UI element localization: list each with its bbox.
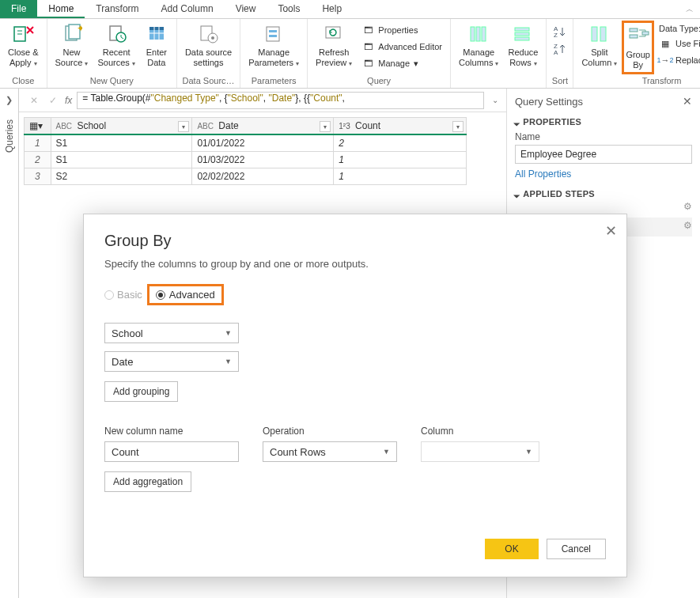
ok-button[interactable]: OK [485,539,538,559]
close-apply-icon [11,22,35,46]
radio-advanced[interactable]: Advanced [147,284,224,305]
svg-rect-9 [149,27,164,30]
replace-values-button[interactable]: 1→2Replace Values [657,52,700,68]
col-header-count[interactable]: 1²3 Count▾ [334,118,467,135]
grouping-dropdown-1[interactable]: School▼ [104,323,239,343]
group-label-newquery: New Query [47,74,176,88]
add-aggregation-button[interactable]: Add aggregation [104,471,191,492]
refresh-preview-button[interactable]: RefreshPreview ▾ [311,21,357,70]
applied-steps-header[interactable]: APPLIED STEPS [515,189,692,199]
col-header-school[interactable]: ABC School▾ [51,118,192,135]
properties-header[interactable]: PROPERTIES [515,117,692,127]
ribbon-collapse-icon[interactable]: ︿ [686,4,694,15]
manage-columns-button[interactable]: ManageColumns ▾ [454,21,503,70]
svg-rect-32 [630,28,638,32]
col-filter-count[interactable]: ▾ [452,121,464,132]
formula-input[interactable]: = Table.Group(#"Changed Type", {"School"… [77,92,484,109]
step-gear-icon[interactable]: ⚙ [683,201,692,212]
step-gear-icon[interactable]: ⚙ [683,220,692,231]
column-dropdown: ▼ [421,441,539,462]
properties-icon: 🗔 [361,24,374,36]
replace-values-icon: 1→2 [659,54,672,66]
col-header-date[interactable]: ABC Date▾ [192,118,334,135]
svg-text:Z: Z [554,32,558,39]
data-source-settings-button[interactable]: Data sourcesettings [180,21,236,70]
svg-text:✦: ✦ [77,23,82,34]
table-row[interactable]: 1 S1 01/01/2022 2 [25,134,467,152]
settings-title: Query Settings [515,96,583,108]
manage-columns-icon [467,22,490,46]
formula-cancel-icon[interactable]: ✕ [27,95,41,106]
group-by-icon [626,25,650,48]
enter-data-icon [145,22,168,46]
queries-expand-icon[interactable]: ❯ [6,95,13,105]
grouping-dropdown-2[interactable]: Date▼ [104,351,239,372]
svg-rect-23 [515,28,529,31]
manage-button[interactable]: 🗔Manage ▾ [360,55,444,71]
query-name-input[interactable] [515,145,692,164]
sort-desc-button[interactable]: ZA [552,41,568,57]
tab-help[interactable]: Help [311,0,353,18]
settings-close-icon[interactable]: ✕ [683,95,692,108]
svg-rect-17 [269,30,277,32]
refresh-icon [322,22,346,46]
group-label-query: Query [308,74,450,88]
new-column-name-input[interactable] [104,441,239,462]
dialog-close-icon[interactable]: ✕ [605,222,617,240]
tab-add-column[interactable]: Add Column [150,0,225,18]
tab-tools[interactable]: Tools [267,0,311,18]
col-filter-school[interactable]: ▾ [178,121,189,132]
cancel-button[interactable]: Cancel [547,539,606,559]
sort-asc-button[interactable]: AZ [552,24,568,40]
data-grid: ▦▾ ABC School▾ ABC Date▾ 1²3 Count▾ 1 S1… [24,117,467,185]
formula-commit-icon[interactable]: ✓ [46,95,60,106]
formula-expand-icon[interactable]: ⌄ [489,96,501,104]
column-header: Column [421,426,539,437]
svg-rect-24 [515,32,529,36]
name-label: Name [515,131,692,142]
svg-rect-18 [269,35,277,37]
recent-sources-button[interactable]: RecentSources ▾ [93,21,139,70]
group-label-sort: Sort [547,74,573,88]
close-apply-button[interactable]: Close &Apply ▾ [3,21,44,70]
tab-home[interactable]: Home [37,0,85,18]
col-filter-date[interactable]: ▾ [320,121,331,132]
reduce-rows-button[interactable]: ReduceRows ▾ [503,21,543,70]
use-first-row-button[interactable]: ▦Use First Row as [657,36,700,51]
tab-transform[interactable]: Transform [85,0,149,18]
table-row[interactable]: 3 S2 02/02/2022 1 [25,168,467,185]
svg-rect-20 [471,27,475,41]
svg-rect-21 [476,27,480,41]
svg-rect-31 [600,27,606,41]
advanced-editor-button[interactable]: 🗔Advanced Editor [360,39,444,55]
table-row[interactable]: 2 S1 01/03/2022 1 [25,152,467,168]
advanced-editor-icon: 🗔 [361,40,374,53]
all-properties-link[interactable]: All Properties [515,168,571,180]
svg-rect-22 [482,27,486,41]
manage-parameters-button[interactable]: ManageParameters ▾ [244,21,304,70]
svg-rect-33 [630,35,638,38]
manage-icon: 🗔 [361,57,374,70]
ribbon: Close &Apply ▾ Close ✦ NewSource ▾ Recen… [0,19,700,89]
new-source-button[interactable]: ✦ NewSource ▾ [51,21,93,70]
split-column-button[interactable]: SplitColumn ▾ [577,21,622,70]
radio-basic[interactable]: Basic [104,289,142,301]
split-column-icon [588,22,611,46]
fx-icon[interactable]: fx [65,95,72,106]
enter-data-button[interactable]: EnterData [140,21,173,70]
add-grouping-button[interactable]: Add grouping [104,381,178,402]
data-type-button[interactable]: Data Type: Whole N [657,22,700,35]
operation-dropdown[interactable]: Count Rows▼ [263,441,397,462]
queries-panel-collapsed[interactable]: ❯ Queries [0,89,19,598]
formula-bar: ✕ ✓ fx = Table.Group(#"Changed Type", {"… [19,89,506,112]
tab-view[interactable]: View [225,0,267,18]
group-by-button[interactable]: GroupBy [622,21,654,74]
tab-file[interactable]: File [0,0,37,18]
operation-header: Operation [263,426,397,437]
dialog-title: Group By [104,232,606,250]
properties-button[interactable]: 🗔Properties [360,22,444,38]
svg-text:A: A [554,49,558,56]
recent-sources-icon [104,22,128,46]
svg-rect-19 [326,27,340,38]
grid-corner[interactable]: ▦▾ [25,118,51,135]
